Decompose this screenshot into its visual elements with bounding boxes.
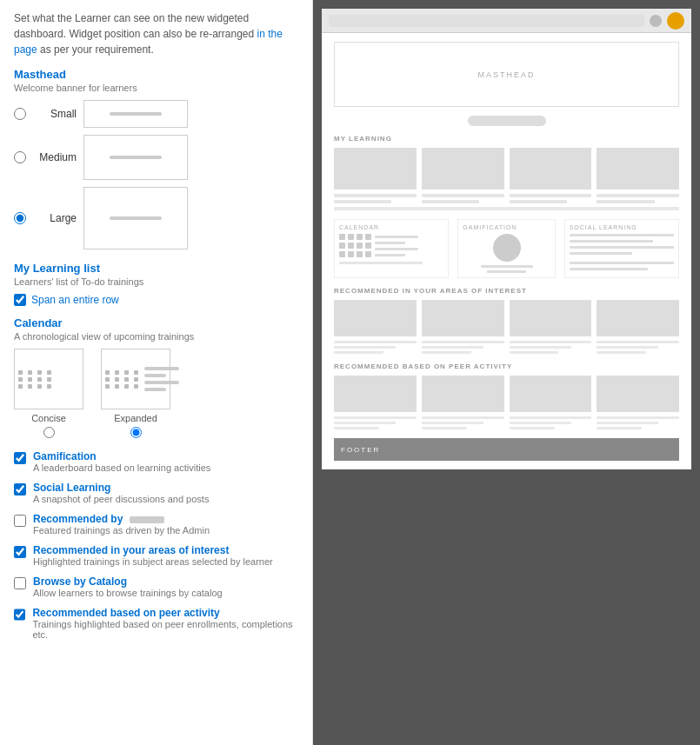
calendar-concise[interactable]: Concise	[14, 349, 83, 438]
line	[510, 194, 592, 197]
my-learning-cards	[334, 148, 679, 190]
calendar-widget-label: CALENDAR	[339, 224, 443, 230]
calendar-section: Concise	[14, 349, 298, 438]
radio-large-input[interactable]	[14, 212, 26, 224]
expanded-label: Expanded	[114, 413, 157, 423]
footer-preview: FOOTER	[334, 438, 679, 461]
line	[570, 246, 674, 249]
span-label[interactable]: Span an entire row	[31, 294, 119, 306]
line	[334, 427, 379, 429]
cal-line	[144, 367, 179, 370]
line	[422, 346, 483, 349]
cal-dot	[339, 243, 345, 249]
dot	[134, 384, 138, 389]
dot	[134, 370, 138, 375]
peer-activity-label: Recommended based on peer activity	[32, 607, 298, 619]
cal-dot	[365, 234, 371, 240]
recommended-by-label: Recommended by	[33, 513, 123, 525]
line	[422, 200, 479, 203]
masthead-preview: MASTHEAD	[334, 42, 679, 107]
span-checkbox[interactable]	[14, 294, 26, 306]
dot	[124, 384, 129, 389]
line	[510, 427, 555, 429]
line	[334, 351, 383, 354]
dot	[124, 370, 129, 375]
line	[570, 268, 648, 270]
recommended-interest-checkbox[interactable]	[14, 546, 26, 558]
recommended-interest-preview-label: RECOMMENDED IN YOUR AREAS OF INTEREST	[334, 287, 679, 295]
line	[597, 422, 658, 424]
calendar-concise-radio[interactable]	[43, 427, 55, 438]
search-bar-preview	[468, 116, 546, 126]
preview-large	[83, 187, 188, 249]
radio-medium[interactable]: Medium	[14, 135, 298, 180]
radio-small[interactable]: Small	[14, 100, 298, 128]
dot	[18, 384, 23, 389]
url-bar	[329, 15, 644, 27]
checkbox-list: Gamification A leaderboard based on lear…	[14, 450, 298, 640]
dot	[37, 384, 42, 389]
footer-label: FOOTER	[341, 446, 380, 454]
calendar-expanded[interactable]: Expanded	[101, 349, 170, 438]
peer-activity-item: Recommended based on peer activity Train…	[14, 607, 298, 640]
social-item: Social Learning A snapshot of peer discu…	[14, 482, 298, 504]
intro-link[interactable]: in the page	[14, 28, 283, 56]
gamification-checkbox[interactable]	[14, 452, 26, 464]
dot	[28, 377, 32, 382]
calendar-title: Calendar	[14, 316, 298, 329]
masthead-preview-label: MASTHEAD	[477, 70, 535, 79]
dot	[37, 377, 42, 382]
recommended-interest-desc: Highlighted trainings in subject areas s…	[33, 556, 273, 567]
preview-browser: MASTHEAD MY LEARNING	[322, 9, 691, 469]
card	[334, 300, 417, 336]
radio-medium-label: Medium	[33, 151, 77, 163]
line	[570, 252, 632, 255]
card	[597, 300, 679, 336]
cal-dot	[348, 234, 354, 240]
browse-catalog-label: Browse by Catalog	[33, 575, 223, 588]
line	[422, 422, 483, 424]
peer-activity-checkbox[interactable]	[14, 609, 25, 621]
dot	[105, 370, 110, 375]
social-checkbox[interactable]	[14, 483, 26, 496]
card	[597, 148, 679, 190]
line	[597, 346, 658, 349]
line	[334, 341, 417, 343]
radio-small-input[interactable]	[14, 108, 26, 120]
line	[570, 234, 674, 236]
browse-catalog-text: Browse by Catalog Allow learners to brow…	[33, 575, 223, 598]
browse-catalog-checkbox[interactable]	[14, 577, 26, 589]
recommended-by-checkbox[interactable]	[14, 515, 26, 527]
line	[570, 262, 674, 264]
line	[597, 351, 646, 354]
card	[422, 376, 504, 412]
line	[334, 416, 417, 419]
recommended-by-badge	[130, 516, 164, 523]
recommended-interest-label: Recommended in your areas of interest	[33, 544, 273, 556]
recommended-interest-text: Recommended in your areas of interest Hi…	[33, 544, 273, 567]
card	[334, 148, 417, 190]
line	[597, 341, 679, 343]
cal-line	[144, 374, 166, 377]
radio-large[interactable]: Large	[14, 187, 298, 249]
line	[422, 427, 467, 429]
cal-line	[144, 388, 166, 391]
line	[510, 200, 567, 203]
browse-catalog-desc: Allow learners to browse trainings by ca…	[33, 588, 223, 598]
social-desc: A snapshot of peer discussions and posts	[33, 494, 209, 504]
dot	[18, 370, 23, 375]
radio-medium-input[interactable]	[14, 151, 26, 163]
size-radio-group: Small Medium Large	[14, 100, 298, 249]
masthead-title: Masthead	[14, 68, 298, 81]
calendar-options: Concise	[14, 349, 298, 438]
dot	[47, 377, 51, 382]
gamification-widget-label: GAMIFICATION	[463, 224, 517, 230]
interest-lines	[334, 341, 679, 354]
dot	[115, 370, 119, 375]
dot	[18, 377, 23, 382]
cal-dots-grid	[339, 234, 371, 257]
line	[597, 416, 679, 419]
expanded-dots	[105, 370, 141, 389]
dot	[37, 370, 42, 375]
calendar-expanded-radio[interactable]	[130, 427, 142, 438]
